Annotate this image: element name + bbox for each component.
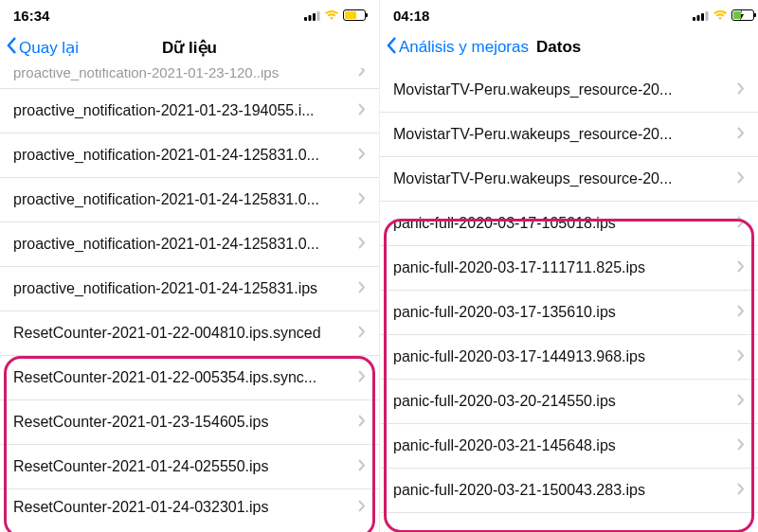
- chevron-right-icon: [737, 393, 745, 410]
- list-item[interactable]: proactive_notification-2021-01-23-194055…: [0, 89, 379, 133]
- list-item[interactable]: MovistarTV-Peru.wakeups_resource-20...: [380, 68, 758, 113]
- chevron-right-icon: [737, 170, 745, 187]
- log-list[interactable]: MovistarTV-Peru.wakeups_resource-20...Mo…: [380, 68, 758, 532]
- chevron-right-icon: [737, 215, 745, 232]
- list-item[interactable]: panic-full-2020-03-21-145648.ips: [380, 424, 758, 469]
- chevron-right-icon: [358, 102, 366, 119]
- list-item[interactable]: panic-full-2020-03-17-105018.ips: [380, 202, 758, 246]
- chevron-right-icon: [358, 280, 366, 297]
- status-bar: 04:18: [380, 0, 758, 27]
- back-button[interactable]: Quay lại: [6, 36, 79, 60]
- list-item[interactable]: panic-full-2020-03-21-150043.283.ips: [380, 469, 758, 513]
- chevron-right-icon: [737, 437, 745, 454]
- list-item[interactable]: proactive_notification-2021-01-24-125831…: [0, 133, 379, 178]
- list-item[interactable]: MovistarTV-Peru.wakeups_resource-20...: [380, 113, 758, 157]
- chevron-right-icon: [358, 147, 366, 164]
- list-item-label: ResetCounter-2021-01-23-154605.ips: [13, 414, 352, 431]
- svg-rect-5: [697, 15, 700, 21]
- nav-bar: Quay lại Dữ liệu: [0, 27, 379, 68]
- chevron-right-icon: [737, 304, 745, 321]
- list-item-label: panic-full-2020-03-17-135610.ips: [393, 304, 731, 321]
- svg-rect-4: [693, 17, 695, 21]
- list-item[interactable]: panic-full-2020-03-17-111711.825.ips: [380, 246, 758, 291]
- chevron-right-icon: [737, 126, 745, 143]
- status-icons: [304, 9, 366, 21]
- log-list[interactable]: proactive_notification-2021-01-23-120..i…: [0, 68, 379, 532]
- signal-icon: [693, 10, 709, 21]
- list-item-label: panic-full-2020-03-17-111711.825.ips: [393, 259, 731, 276]
- chevron-right-icon: [358, 236, 366, 253]
- list-item-label: proactive_notification-2021-01-24-125831…: [13, 191, 352, 208]
- list-item[interactable]: ResetCounter-2021-01-22-004810.ips.synce…: [0, 311, 379, 356]
- svg-rect-3: [317, 11, 320, 21]
- list-item-label: panic-full-2020-03-20-214550.ips: [393, 393, 731, 410]
- battery-icon: [343, 9, 366, 21]
- chevron-right-icon: [737, 482, 745, 499]
- list-item[interactable]: proactive_notification-2021-01-23-120..i…: [0, 68, 379, 89]
- battery-icon: [731, 9, 745, 21]
- chevron-right-icon: [358, 68, 366, 80]
- list-item[interactable]: panic-full-2020-03-20-214550.ips: [380, 380, 758, 424]
- list-item-label: MovistarTV-Peru.wakeups_resource-20...: [393, 81, 731, 98]
- chevron-right-icon: [737, 259, 745, 276]
- list-item-label: panic-full-2020-03-21-150043.283.ips: [393, 482, 731, 499]
- chevron-right-icon: [358, 499, 366, 516]
- list-item[interactable]: MovistarTV-Peru.wakeups_resource-20...: [380, 157, 758, 202]
- status-time: 16:34: [13, 8, 49, 24]
- phone-right: 04:18 Análisis y mejoras Datos MovistarT…: [379, 0, 758, 532]
- list-item-label: ResetCounter-2021-01-24-032301.ips: [13, 499, 352, 516]
- wifi-icon: [324, 9, 339, 21]
- list-item-label: proactive_notification-2021-01-24-125831…: [13, 236, 352, 253]
- signal-icon: [304, 10, 320, 21]
- back-label: Quay lại: [19, 38, 79, 58]
- list-item-label: ResetCounter-2021-01-24-025550.ips: [13, 458, 352, 475]
- chevron-right-icon: [358, 458, 366, 475]
- list-item[interactable]: ResetCounter-2021-01-24-032301.ips: [0, 489, 379, 522]
- list-item-label: proactive_notification-2021-01-24-125831…: [13, 280, 352, 297]
- page-title: Datos: [536, 38, 752, 57]
- list-item-label: proactive_notification-2021-01-24-125831…: [13, 147, 352, 164]
- chevron-right-icon: [737, 81, 745, 98]
- chevron-right-icon: [358, 325, 366, 342]
- nav-bar: Análisis y mejoras Datos: [380, 27, 758, 68]
- list-item-label: ResetCounter-2021-01-22-004810.ips.synce…: [13, 325, 352, 342]
- list-item[interactable]: proactive_notification-2021-01-24-125831…: [0, 178, 379, 222]
- list-item-label: MovistarTV-Peru.wakeups_resource-20...: [393, 170, 731, 187]
- list-item-label: proactive_notification-2021-01-23-194055…: [13, 102, 352, 119]
- svg-rect-2: [313, 13, 316, 21]
- back-button[interactable]: Análisis y mejoras: [386, 36, 529, 60]
- list-item[interactable]: panic-full-2020-03-17-144913.968.ips: [380, 335, 758, 380]
- list-item-label: ResetCounter-2021-01-22-005354.ips.sync.…: [13, 369, 352, 386]
- svg-rect-0: [304, 17, 307, 21]
- svg-rect-7: [706, 11, 709, 21]
- phone-left: 16:34 Quay lại Dữ liệu proactive_notific…: [0, 0, 379, 532]
- list-item[interactable]: panic-full-2020-03-17-135610.ips: [380, 291, 758, 335]
- chevron-left-icon: [6, 36, 17, 60]
- list-item[interactable]: proactive_notification-2021-01-24-125831…: [0, 267, 379, 311]
- list-item-label: panic-full-2020-03-17-144913.968.ips: [393, 348, 731, 365]
- svg-rect-1: [309, 15, 312, 21]
- status-icons: [693, 9, 745, 21]
- list-item[interactable]: ResetCounter-2021-01-23-154605.ips: [0, 400, 379, 445]
- list-item-label: panic-full-2020-03-21-145648.ips: [393, 437, 731, 454]
- wifi-icon: [713, 9, 728, 21]
- chevron-right-icon: [358, 369, 366, 386]
- list-item-label: proactive_notification-2021-01-23-120..i…: [13, 68, 352, 80]
- status-time: 04:18: [393, 8, 429, 24]
- chevron-right-icon: [358, 191, 366, 208]
- list-item[interactable]: proactive_notification-2021-01-24-125831…: [0, 222, 379, 267]
- back-label: Análisis y mejoras: [399, 38, 529, 57]
- chevron-left-icon: [386, 36, 397, 60]
- chevron-right-icon: [737, 348, 745, 365]
- chevron-right-icon: [358, 414, 366, 431]
- list-item[interactable]: ResetCounter-2021-01-22-005354.ips.sync.…: [0, 356, 379, 400]
- list-item-label: MovistarTV-Peru.wakeups_resource-20...: [393, 126, 731, 143]
- list-item[interactable]: ResetCounter-2021-01-24-025550.ips: [0, 445, 379, 489]
- list-item-label: panic-full-2020-03-17-105018.ips: [393, 215, 731, 232]
- status-bar: 16:34: [0, 0, 379, 27]
- svg-rect-6: [701, 13, 704, 21]
